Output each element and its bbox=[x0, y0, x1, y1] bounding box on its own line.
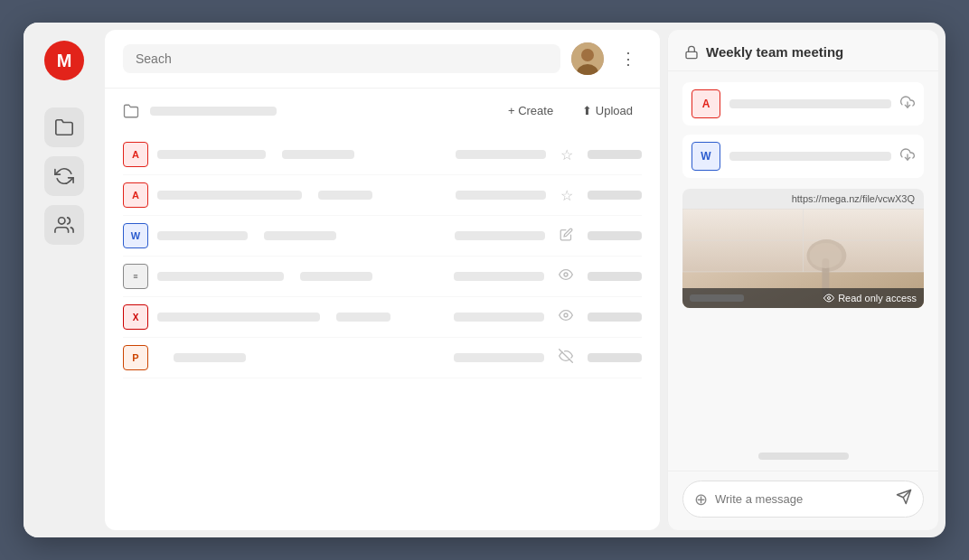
sidebar-item-files[interactable] bbox=[44, 107, 84, 147]
link-url: https://mega.nz/file/vcwX3Q bbox=[682, 189, 924, 209]
svg-point-5 bbox=[564, 313, 568, 317]
file-name-bar bbox=[157, 191, 302, 200]
file-date-bar bbox=[318, 191, 372, 200]
right-panel: Weekly team meeting A W bbox=[667, 30, 938, 530]
panel-file-name-bar bbox=[729, 152, 891, 161]
sidebar: M bbox=[24, 23, 105, 537]
preview-tag-bar bbox=[690, 294, 744, 302]
edit-icon[interactable] bbox=[554, 226, 579, 247]
message-input-row: ⊕ bbox=[682, 481, 924, 518]
table-row: P bbox=[123, 338, 642, 378]
file-icon-word: W bbox=[123, 223, 148, 248]
table-row: X bbox=[123, 297, 642, 338]
create-button[interactable]: + Create bbox=[499, 99, 562, 122]
file-tag-bar bbox=[588, 150, 642, 159]
message-area: ⊕ bbox=[668, 471, 938, 530]
file-tag-bar bbox=[588, 272, 642, 281]
panel-file-icon-word: W bbox=[691, 142, 720, 171]
star-icon[interactable]: ☆ bbox=[555, 145, 579, 165]
file-icon-ppt: P bbox=[123, 345, 148, 370]
table-row: A ☆ bbox=[123, 175, 642, 216]
panel-file-row: A bbox=[682, 82, 924, 126]
more-button[interactable]: ⋮ bbox=[615, 45, 642, 72]
folder-icon bbox=[123, 103, 139, 119]
file-area: + Create ⬆ Upload A ☆ A ☆ bbox=[105, 89, 660, 530]
preview-image: Read only access bbox=[682, 209, 924, 308]
file-tag-bar bbox=[588, 353, 642, 362]
send-button[interactable] bbox=[896, 489, 912, 509]
message-input[interactable] bbox=[715, 492, 889, 506]
main-content: ⋮ + Create ⬆ Upload A ☆ bbox=[105, 30, 660, 530]
sidebar-item-sync[interactable] bbox=[44, 156, 84, 196]
file-name-bar bbox=[157, 150, 266, 159]
eye-icon[interactable] bbox=[553, 266, 579, 287]
file-date-bar bbox=[264, 231, 336, 240]
file-name-bar bbox=[157, 272, 284, 281]
file-tag-bar bbox=[588, 191, 642, 200]
panel-file-name-bar bbox=[729, 99, 891, 108]
file-date-bar bbox=[174, 353, 246, 362]
download-button[interactable] bbox=[900, 95, 915, 113]
lock-icon bbox=[684, 45, 699, 60]
svg-point-4 bbox=[564, 273, 568, 276]
file-icon-xlsx: X bbox=[123, 304, 148, 330]
panel-file-icon-pdf: A bbox=[691, 89, 720, 118]
download-button[interactable] bbox=[900, 147, 915, 165]
eye-icon-small bbox=[823, 293, 834, 303]
svg-point-17 bbox=[809, 243, 842, 268]
panel-file-row: W bbox=[682, 135, 924, 178]
file-date-bar bbox=[336, 313, 390, 322]
file-date-bar bbox=[300, 272, 372, 281]
eye-off-icon[interactable] bbox=[553, 347, 579, 369]
file-size-bar bbox=[456, 191, 546, 200]
svg-rect-7 bbox=[686, 51, 697, 58]
file-size-bar bbox=[454, 272, 544, 281]
file-tag-bar bbox=[588, 313, 642, 322]
app-window: M bbox=[24, 23, 945, 537]
search-input[interactable] bbox=[123, 44, 560, 73]
file-size-bar bbox=[454, 313, 544, 322]
add-icon[interactable]: ⊕ bbox=[694, 490, 708, 509]
file-icon-pdf: A bbox=[123, 142, 148, 167]
avatar[interactable] bbox=[571, 42, 604, 75]
table-row: ≡ bbox=[123, 257, 642, 297]
file-name-bar bbox=[157, 231, 248, 240]
read-only-badge: Read only access bbox=[823, 293, 917, 303]
star-icon[interactable]: ☆ bbox=[555, 185, 579, 206]
preview-overlay: Read only access bbox=[682, 288, 924, 308]
eye-icon[interactable] bbox=[553, 306, 579, 328]
svg-point-2 bbox=[581, 49, 594, 61]
svg-point-0 bbox=[59, 218, 65, 224]
file-size-bar bbox=[456, 150, 546, 159]
panel-bottom-bar bbox=[758, 453, 849, 460]
mega-logo[interactable]: M bbox=[44, 41, 84, 80]
table-row: W bbox=[123, 216, 642, 257]
svg-point-18 bbox=[828, 297, 831, 300]
file-icon-pdf: A bbox=[123, 182, 148, 208]
file-tag-bar bbox=[588, 231, 642, 240]
file-size-bar bbox=[454, 353, 544, 362]
table-row: A ☆ bbox=[123, 135, 642, 175]
file-name-bar bbox=[157, 313, 320, 322]
panel-bottom-row bbox=[668, 442, 938, 471]
file-icon-txt: ≡ bbox=[123, 264, 148, 289]
breadcrumb-bar bbox=[150, 107, 277, 116]
file-size-bar bbox=[455, 231, 545, 240]
read-only-label: Read only access bbox=[838, 293, 917, 303]
file-date-bar bbox=[282, 150, 354, 159]
sidebar-item-contacts[interactable] bbox=[44, 205, 84, 245]
top-bar: ⋮ bbox=[105, 30, 660, 89]
file-toolbar: + Create ⬆ Upload bbox=[123, 99, 642, 122]
panel-header: Weekly team meeting bbox=[668, 30, 938, 71]
link-preview: https://mega.nz/file/vcwX3Q bbox=[682, 189, 924, 308]
upload-button[interactable]: ⬆ Upload bbox=[573, 99, 642, 122]
panel-title: Weekly team meeting bbox=[706, 44, 843, 60]
panel-files: A W bbox=[668, 71, 938, 189]
